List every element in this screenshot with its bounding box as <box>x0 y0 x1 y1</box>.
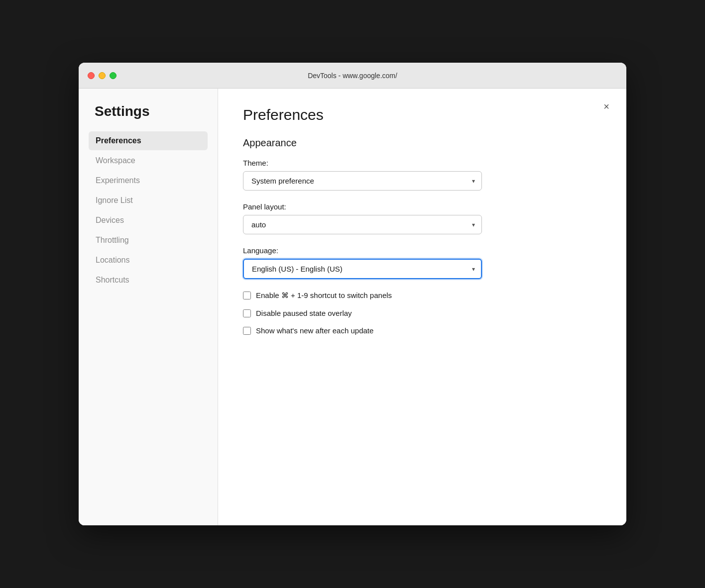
theme-select-wrapper: System preference Light Dark ▾ <box>243 171 482 191</box>
sidebar-item-workspace[interactable]: Workspace <box>89 151 208 170</box>
theme-group: Theme: System preference Light Dark ▾ <box>243 159 601 191</box>
traffic-lights <box>88 72 117 79</box>
switch-panels-checkbox[interactable] <box>243 292 251 299</box>
paused-state-checkbox[interactable] <box>243 309 251 317</box>
sidebar-item-shortcuts[interactable]: Shortcuts <box>89 271 208 290</box>
language-label: Language: <box>243 246 601 255</box>
panel-layout-select[interactable]: auto horizontal vertical <box>243 215 482 234</box>
maximize-traffic-light[interactable] <box>110 72 117 79</box>
sidebar-item-ignore-list[interactable]: Ignore List <box>89 191 208 210</box>
sidebar-item-preferences[interactable]: Preferences <box>89 131 208 150</box>
sidebar-item-experiments[interactable]: Experiments <box>89 171 208 190</box>
whats-new-checkbox[interactable] <box>243 327 251 335</box>
titlebar-title: DevTools - www.google.com/ <box>308 72 397 80</box>
checkbox-paused-state: Disable paused state overlay <box>243 309 601 317</box>
theme-label: Theme: <box>243 159 601 167</box>
page-title: Preferences <box>243 106 601 123</box>
sidebar-item-locations[interactable]: Locations <box>89 251 208 270</box>
minimize-traffic-light[interactable] <box>99 72 106 79</box>
whats-new-label[interactable]: Show what's new after each update <box>256 326 373 335</box>
close-button[interactable]: × <box>598 98 614 114</box>
window-body: Settings Preferences Workspace Experimen… <box>79 89 626 525</box>
switch-panels-label[interactable]: Enable ⌘ + 1-9 shortcut to switch panels <box>256 291 392 300</box>
sidebar: Settings Preferences Workspace Experimen… <box>79 89 218 525</box>
main-content: × Preferences Appearance Theme: System p… <box>218 89 626 525</box>
panel-layout-label: Panel layout: <box>243 202 601 211</box>
sidebar-heading: Settings <box>89 103 208 119</box>
language-group: Language: English (US) - English (US) ▾ <box>243 246 601 279</box>
checkbox-switch-panels: Enable ⌘ + 1-9 shortcut to switch panels <box>243 291 601 300</box>
devtools-window: DevTools - www.google.com/ Settings Pref… <box>79 63 626 525</box>
paused-state-label[interactable]: Disable paused state overlay <box>256 309 352 317</box>
panel-layout-select-wrapper: auto horizontal vertical ▾ <box>243 215 482 234</box>
close-traffic-light[interactable] <box>88 72 95 79</box>
titlebar: DevTools - www.google.com/ <box>79 63 626 89</box>
sidebar-item-devices[interactable]: Devices <box>89 211 208 230</box>
sidebar-item-throttling[interactable]: Throttling <box>89 231 208 250</box>
language-select[interactable]: English (US) - English (US) <box>243 259 482 279</box>
checkbox-whats-new: Show what's new after each update <box>243 326 601 335</box>
language-select-wrapper: English (US) - English (US) ▾ <box>243 259 482 279</box>
panel-layout-group: Panel layout: auto horizontal vertical ▾ <box>243 202 601 234</box>
section-appearance-title: Appearance <box>243 137 601 149</box>
theme-select[interactable]: System preference Light Dark <box>243 171 482 191</box>
